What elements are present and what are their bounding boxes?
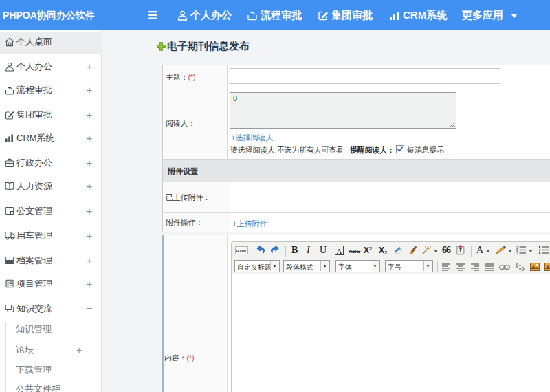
svg-text:3: 3 <box>516 252 518 254</box>
svg-text:T: T <box>459 248 462 254</box>
